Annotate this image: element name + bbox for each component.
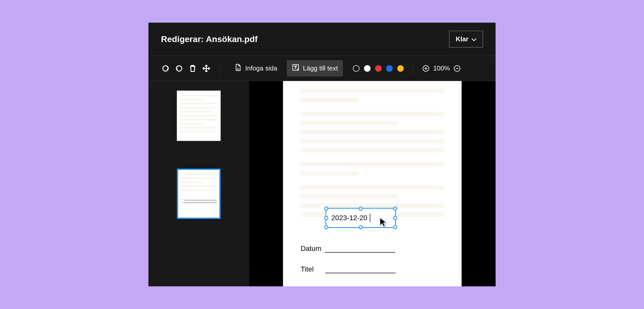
insert-page-label: Infoga sida <box>245 64 277 72</box>
datum-line <box>325 252 395 253</box>
resize-handle-br[interactable] <box>393 225 397 229</box>
text-cursor <box>370 214 370 222</box>
toolbar: Infoga sida Lägg till text 100% <box>148 56 496 81</box>
titel-label: Titel <box>301 265 314 273</box>
add-text-icon <box>292 64 299 73</box>
done-button[interactable]: Klar <box>449 31 483 48</box>
insert-page-icon <box>234 64 242 73</box>
chevron-down-icon <box>471 35 476 43</box>
document-page[interactable]: Datum Titel 2023-12-20 <box>283 81 462 286</box>
app-window: Redigerar: Ansökan.pdf Klar <box>148 23 496 286</box>
resize-handle-mr[interactable] <box>393 216 397 220</box>
insert-page-button[interactable]: Infoga sida <box>229 60 282 76</box>
page-thumbnail-2[interactable]: —— — <box>177 169 221 219</box>
color-swatch-yellow[interactable] <box>397 65 404 72</box>
page-title: Redigerar: Ansökan.pdf <box>161 34 258 44</box>
zoom-out-button[interactable] <box>453 65 461 72</box>
zoom-value: 100% <box>433 64 450 72</box>
canvas[interactable]: Datum Titel 2023-12-20 <box>249 81 496 286</box>
color-swatch-red[interactable] <box>375 65 382 72</box>
add-text-button[interactable]: Lägg till text <box>287 60 343 76</box>
zoom-in-button[interactable] <box>422 65 430 72</box>
delete-button[interactable] <box>188 64 197 73</box>
resize-handle-bm[interactable] <box>359 225 363 229</box>
color-swatch-white[interactable] <box>364 65 371 72</box>
resize-handle-tm[interactable] <box>359 207 363 211</box>
thumbnail-sidebar: —— — <box>148 81 249 286</box>
text-box-value: 2023-12-20 <box>331 214 367 222</box>
add-text-label: Lägg till text <box>303 64 338 72</box>
color-swatch-blue[interactable] <box>386 65 393 72</box>
move-button[interactable] <box>202 64 211 73</box>
done-button-label: Klar <box>456 35 468 43</box>
page-thumbnail-1[interactable] <box>177 91 221 141</box>
zoom-controls: 100% <box>422 64 461 72</box>
content-area: —— — <box>148 81 496 286</box>
color-swatches <box>353 65 404 72</box>
resize-handle-ml[interactable] <box>324 216 328 220</box>
toolbar-divider <box>220 61 220 75</box>
text-input-box[interactable]: 2023-12-20 <box>326 208 396 228</box>
header: Redigerar: Ansökan.pdf Klar <box>148 23 496 56</box>
resize-handle-bl[interactable] <box>324 225 328 229</box>
redo-button[interactable] <box>161 64 170 73</box>
undo-button[interactable] <box>175 64 184 73</box>
titel-line <box>325 273 396 273</box>
toolbar-divider <box>413 61 413 75</box>
resize-handle-tr[interactable] <box>393 207 397 211</box>
datum-label: Datum <box>301 245 321 253</box>
resize-handle-tl[interactable] <box>324 207 328 211</box>
color-swatch-black[interactable] <box>353 65 359 72</box>
